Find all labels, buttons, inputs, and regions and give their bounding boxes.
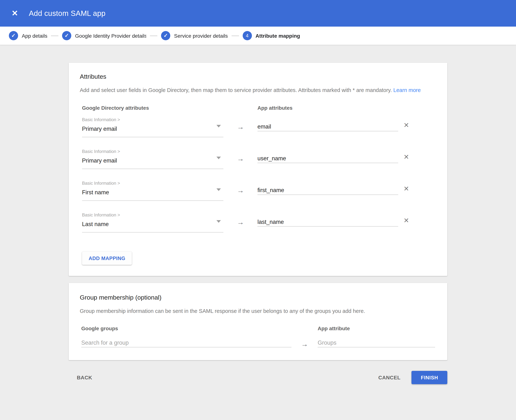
group-membership-description: Group membership information can be sent… — [80, 308, 436, 314]
directory-attribute-value: First name — [82, 189, 224, 196]
attribute-category-label: Basic Information > — [82, 212, 224, 218]
step-complete-check-icon: ✓ — [9, 31, 18, 40]
remove-mapping-icon[interactable]: ✕ — [404, 185, 409, 193]
groups-attribute-input[interactable] — [318, 339, 435, 348]
select-underline — [82, 200, 224, 201]
app-attribute-input[interactable] — [257, 186, 398, 195]
mapping-row: Basic Information > Primary email → ✕ — [82, 149, 436, 169]
step-number-badge: 4 — [243, 31, 252, 40]
add-custom-saml-app-dialog: ✕ Add custom SAML app ✓ App details ✓ Go… — [0, 0, 516, 420]
close-icon[interactable]: ✕ — [8, 7, 21, 20]
directory-attribute-value: Primary email — [82, 157, 224, 164]
add-mapping-button[interactable]: ADD MAPPING — [82, 252, 132, 265]
directory-attribute-value: Last name — [82, 221, 224, 228]
app-bar: ✕ Add custom SAML app — [0, 0, 516, 27]
remove-mapping-icon[interactable]: ✕ — [404, 153, 409, 161]
mapping-arrow-icon: → — [237, 155, 244, 163]
app-attribute-input[interactable] — [257, 123, 398, 132]
step-label: Google Identity Provider details — [75, 33, 146, 39]
step-attribute-mapping[interactable]: 4 Attribute mapping — [243, 31, 300, 40]
group-mapping-row: → — [80, 339, 436, 348]
remove-cell: ✕ — [398, 180, 414, 197]
arrow-cell: → — [224, 180, 257, 201]
select-underline — [82, 168, 224, 169]
step-service-provider-details[interactable]: ✓ Service provider details — [161, 31, 228, 40]
app-attribute-header: App attribute — [318, 325, 436, 331]
app-attribute-input[interactable] — [257, 154, 398, 163]
footer-actions: BACK CANCEL FINISH — [69, 371, 447, 384]
remove-mapping-icon[interactable]: ✕ — [404, 121, 409, 129]
remove-cell: ✕ — [398, 117, 414, 134]
attributes-card-description: Add and select user fields in Google Dir… — [80, 87, 436, 93]
mapping-row: Basic Information > Last name → ✕ — [82, 212, 436, 233]
step-label: App details — [22, 33, 47, 39]
finish-button[interactable]: FINISH — [412, 371, 447, 384]
back-button[interactable]: BACK — [77, 375, 92, 381]
attribute-category-label: Basic Information > — [82, 117, 224, 122]
group-membership-title: Group membership (optional) — [80, 294, 436, 301]
attributes-card: Attributes Add and select user fields in… — [69, 63, 447, 276]
mapping-row: Basic Information > First name → ✕ — [82, 180, 436, 201]
step-app-details[interactable]: ✓ App details — [9, 31, 47, 40]
arrow-cell: → — [224, 117, 257, 137]
google-groups-header: Google groups — [81, 325, 318, 331]
mapping-row: Basic Information > Primary email → ✕ — [82, 117, 436, 137]
step-connector — [150, 35, 157, 36]
cancel-button[interactable]: CANCEL — [378, 375, 400, 381]
step-label: Attribute mapping — [256, 33, 300, 39]
app-attributes-header: App attributes — [257, 105, 398, 111]
mapping-arrow-icon: → — [237, 123, 244, 131]
google-directory-attributes-header: Google Directory attributes — [82, 105, 224, 111]
mapping-arrow-icon: → — [237, 218, 244, 226]
select-underline — [82, 232, 224, 233]
app-attribute-cell — [257, 180, 398, 201]
step-connector — [51, 35, 59, 36]
arrow-cell: → — [224, 212, 257, 233]
main-content: Attributes Add and select user fields in… — [0, 45, 516, 384]
chevron-down-icon — [217, 157, 221, 159]
chevron-down-icon — [217, 188, 221, 191]
attribute-category-label: Basic Information > — [82, 149, 224, 154]
remove-cell: ✕ — [398, 149, 414, 165]
select-underline — [82, 137, 224, 137]
group-membership-card: Group membership (optional) Group member… — [69, 283, 447, 360]
attributes-card-title: Attributes — [80, 73, 436, 81]
step-label: Service provider details — [174, 33, 228, 39]
group-column-headers: Google groups App attribute — [80, 325, 436, 331]
remove-cell: ✕ — [398, 212, 414, 229]
app-attribute-cell — [257, 212, 398, 233]
directory-attribute-select[interactable]: Basic Information > Last name — [82, 212, 224, 233]
mapping-arrow-icon: → — [237, 187, 244, 195]
step-connector — [232, 35, 239, 36]
directory-attribute-select[interactable]: Basic Information > Primary email — [82, 117, 224, 137]
directory-attribute-select[interactable]: Basic Information > First name — [82, 180, 224, 201]
mapping-rows: Basic Information > Primary email → ✕ — [80, 117, 436, 233]
app-attribute-cell — [257, 117, 398, 137]
wizard-stepper: ✓ App details ✓ Google Identity Provider… — [0, 27, 516, 45]
remove-mapping-icon[interactable]: ✕ — [404, 217, 409, 225]
arrow-cell: → — [292, 339, 318, 348]
mapping-column-headers: Google Directory attributes App attribut… — [80, 105, 436, 111]
chevron-down-icon — [217, 125, 221, 128]
arrow-cell: → — [224, 149, 257, 169]
group-search-input[interactable] — [81, 339, 292, 348]
step-complete-check-icon: ✓ — [161, 31, 171, 40]
step-google-idp-details[interactable]: ✓ Google Identity Provider details — [62, 31, 146, 40]
mapping-arrow-icon: → — [301, 340, 308, 348]
dialog-title: Add custom SAML app — [29, 9, 105, 18]
step-complete-check-icon: ✓ — [62, 31, 71, 40]
directory-attribute-value: Primary email — [82, 126, 224, 132]
directory-attribute-select[interactable]: Basic Information > Primary email — [82, 149, 224, 169]
app-attribute-cell — [257, 149, 398, 169]
attribute-category-label: Basic Information > — [82, 180, 224, 186]
app-attribute-input[interactable] — [257, 218, 398, 227]
chevron-down-icon — [217, 220, 221, 223]
learn-more-link[interactable]: Learn more — [393, 87, 421, 93]
description-text: Add and select user fields in Google Dir… — [80, 87, 392, 93]
